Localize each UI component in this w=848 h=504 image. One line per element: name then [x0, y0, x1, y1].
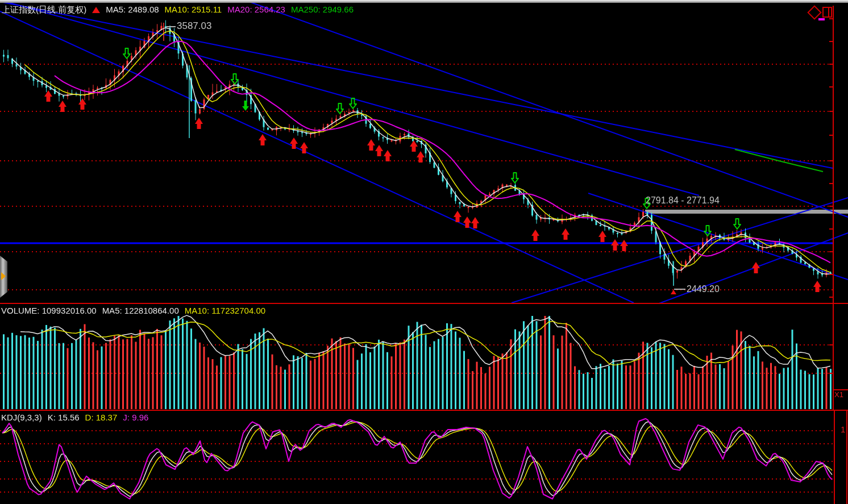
low-tick — [674, 289, 685, 290]
magenta-dash-icon — [818, 18, 825, 20]
panel-divider-bottom — [0, 410, 848, 411]
kdj-k-value: K: 15.56 — [48, 413, 80, 422]
page-indicator[interactable]: X1 — [834, 390, 843, 399]
volume-ma10-value: MA10: 117232704.00 — [185, 306, 265, 315]
trading-app-window: 上证指数(日线.前复权)MA5: 2489.08MA10: 2515.11MA2… — [0, 0, 848, 504]
peak-tick — [167, 26, 176, 27]
kdj-j-value: J: 9.96 — [123, 413, 148, 422]
volume-chart-canvas[interactable] — [0, 304, 848, 410]
kdj-axis-partial-number: 1 — [841, 424, 845, 434]
main-chart-header: 上证指数(日线.前复权)MA5: 2489.08MA10: 2515.11MA2… — [2, 5, 359, 15]
sidebar-expand-handle[interactable] — [0, 256, 7, 298]
volume-value: VOLUME: 109932016.00 — [1, 306, 97, 315]
volume-header: VOLUME: 109932016.00MA5: 122810864.00MA1… — [1, 306, 271, 315]
gap-range-label: 2791.84 - 2771.94 — [646, 195, 720, 206]
volume-ma5-value: MA5: 122810864.00 — [102, 306, 179, 315]
kdj-header: KDJ(9,3,3)K: 15.56D: 18.37J: 9.96 — [1, 413, 154, 422]
symbol-title: 上证指数(日线.前复权) — [2, 5, 86, 14]
ma5-value: MA5: 2489.08 — [106, 5, 159, 14]
panel-divider-top — [0, 303, 848, 304]
kdj-d-value: D: 18.37 — [85, 413, 118, 422]
main-price-chart-canvas[interactable] — [0, 3, 848, 303]
low-price-label: 2449.20 — [687, 284, 720, 294]
kdj-chart-canvas[interactable] — [0, 411, 848, 504]
ma20-value: MA20: 2564.23 — [227, 5, 285, 14]
up-arrow-icon — [92, 7, 100, 13]
ma250-value: MA250: 2949.66 — [291, 5, 354, 14]
expand-arrow-icon — [1, 272, 6, 280]
kdj-title: KDJ(9,3,3) — [1, 413, 42, 422]
window-panes-icon[interactable] — [822, 7, 832, 18]
ma10-value: MA10: 2515.11 — [165, 5, 222, 14]
peak-price-label: 3587.03 — [177, 20, 211, 32]
